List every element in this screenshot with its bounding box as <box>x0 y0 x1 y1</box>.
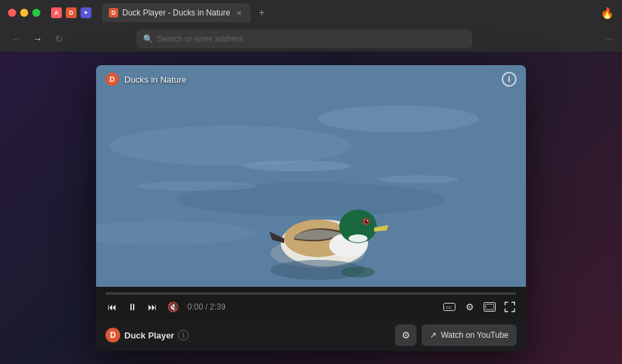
settings-button[interactable]: ⚙ <box>395 324 416 346</box>
bottom-right: ⚙ ↗ Watch on YouTube <box>395 324 517 346</box>
duck-player-info-button[interactable]: i <box>178 330 189 340</box>
traffic-lights <box>8 9 40 17</box>
refresh-button[interactable]: ↻ <box>51 31 67 47</box>
progress-bar[interactable] <box>105 292 517 295</box>
external-link-icon: ↗ <box>430 330 437 340</box>
bottom-left: D Duck Player i <box>105 328 189 343</box>
watch-on-youtube-button[interactable]: ↗ Watch on YouTube <box>422 324 517 346</box>
other-favicon[interactable]: ✦ <box>81 7 91 18</box>
svg-point-1 <box>109 126 351 166</box>
more-options-button[interactable]: ··· <box>605 33 614 45</box>
controls-bar: ⏮ ⏸ ⏭ 🔇 0:00 / 2:39 CC ⚙ <box>96 292 526 319</box>
settings-control-button[interactable]: ⚙ <box>463 300 476 314</box>
pinned-tab-icons: A D ✦ <box>51 7 91 18</box>
close-button[interactable] <box>8 9 16 17</box>
svg-point-15 <box>365 220 369 224</box>
flame-icon: 🔥 <box>601 7 614 19</box>
controls-row: ⏮ ⏸ ⏭ 🔇 0:00 / 2:39 CC ⚙ <box>105 298 517 319</box>
fullscreen-button[interactable] <box>503 300 517 314</box>
bottom-bar: D Duck Player i ⚙ ↗ Watch on YouTube <box>96 319 526 351</box>
ddg-logo-bottom: D <box>105 328 120 343</box>
svg-point-17 <box>349 234 367 242</box>
address-text: Search or enter address <box>157 34 465 44</box>
address-bar[interactable]: 🔍 Search or enter address <box>136 30 472 48</box>
search-icon: 🔍 <box>143 34 153 44</box>
tab-close-button[interactable]: ✕ <box>234 8 244 17</box>
captions-button[interactable]: CC <box>443 300 456 314</box>
tab-title: Duck Player - Ducks in Nature <box>122 8 230 17</box>
duck-video-frame <box>96 65 526 287</box>
minimize-button[interactable] <box>20 9 28 17</box>
skip-back-button[interactable]: ⏮ <box>105 300 119 314</box>
svg-point-6 <box>244 161 351 171</box>
svg-point-2 <box>318 105 479 132</box>
player-container: D Ducks in Nature i ⏮ ⏸ ⏭ 🔇 0:00 / 2:39 <box>96 65 526 351</box>
mute-button[interactable]: 🔇 <box>166 300 179 314</box>
svg-point-16 <box>367 220 368 222</box>
back-button[interactable]: ← <box>8 31 24 47</box>
new-tab-button[interactable]: + <box>253 4 271 21</box>
maximize-button[interactable] <box>32 9 40 17</box>
airbnb-favicon[interactable]: A <box>51 7 62 18</box>
svg-text:CC: CC <box>446 306 452 310</box>
ddg-favicon[interactable]: D <box>66 7 77 18</box>
ddg-logo-video: D <box>105 73 119 86</box>
duck-player-label: Duck Player <box>124 330 174 340</box>
time-display: 0:00 / 2:39 <box>187 302 226 312</box>
svg-point-19 <box>341 267 375 277</box>
video-overlay-header: D Ducks in Nature i <box>96 65 526 93</box>
forward-button[interactable]: → <box>30 31 46 47</box>
toolbar: ← → ↻ 🔍 Search or enter address ··· <box>0 26 622 52</box>
video-info-button[interactable]: i <box>502 72 517 87</box>
watch-youtube-label: Watch on YouTube <box>441 330 508 340</box>
controls-right: CC ⚙ <box>443 300 517 314</box>
active-tab[interactable]: D Duck Player - Ducks in Nature ✕ <box>102 3 251 22</box>
tab-favicon: D <box>109 8 118 17</box>
theatre-mode-button[interactable] <box>483 300 496 314</box>
svg-point-7 <box>378 175 459 183</box>
tab-bar: D Duck Player - Ducks in Nature ✕ + <box>102 3 595 22</box>
video-area: D Ducks in Nature i <box>96 65 526 287</box>
svg-point-8 <box>136 181 257 191</box>
main-content: D Ducks in Nature i ⏮ ⏸ ⏭ 🔇 0:00 / 2:39 <box>0 52 622 364</box>
skip-forward-button[interactable]: ⏭ <box>146 300 159 314</box>
play-pause-button[interactable]: ⏸ <box>126 300 139 314</box>
svg-rect-23 <box>486 304 494 310</box>
video-title-overlay: Ducks in Nature <box>124 75 186 85</box>
titlebar: A D ✦ D Duck Player - Ducks in Nature ✕ … <box>0 0 622 26</box>
